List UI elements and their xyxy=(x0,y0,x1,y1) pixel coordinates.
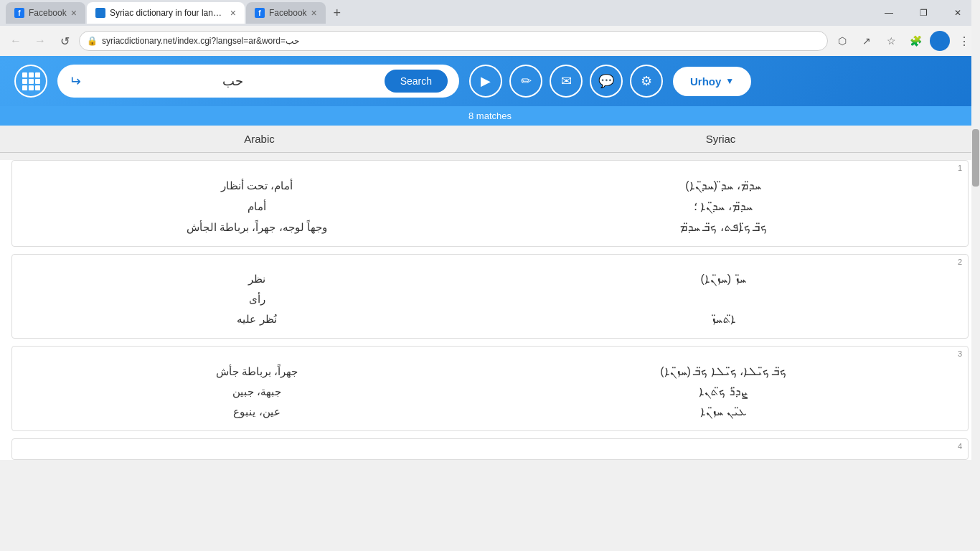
matches-count: 8 matches xyxy=(468,110,512,121)
browser-extension-icon[interactable]: 🧩 xyxy=(905,31,925,51)
tab-favicon-fb2: f xyxy=(255,8,265,18)
tab-close-fb2[interactable]: × xyxy=(311,7,317,19)
browser-star-icon[interactable]: ☆ xyxy=(881,31,901,51)
browser-chrome: f Facebook × Syriac dictionary in four l… xyxy=(0,0,980,56)
entry-2: 2 نظر ܚ̈ܙ (ܚܙ̈ܢܐ) رأى نُظر عليه ܐ̈ܬܚ̈ܙ xyxy=(11,254,969,339)
scrollbar-track[interactable] xyxy=(971,0,980,551)
tab-syriac[interactable]: Syriac dictionary in four languag... × xyxy=(87,2,245,24)
entry-row: وجهاً لوجه، جهراً، برباطة الجأش ܟ̈ܒ ܟ̈ܐܦ… xyxy=(24,217,956,237)
icon-group: ▶ ✏ ✉ 💬 ⚙ xyxy=(469,65,663,98)
back-button[interactable]: ← xyxy=(6,31,26,51)
tab-title-fb1: Facebook xyxy=(29,8,67,18)
arabic-text: عين، ينبوع xyxy=(24,405,490,418)
chat-icon-button[interactable]: 💬 xyxy=(590,65,623,98)
entry-row: رأى xyxy=(24,289,956,309)
entries-container: 1 أمام، تحت أنظار ܚܕ̈ܡ، ܚܕ̈ (ܚܕ̈ܢܐ) أمام… xyxy=(0,160,980,460)
settings-icon-button[interactable]: ⚙ xyxy=(630,65,663,98)
entry-3: 3 جهراً، برباطة جأش ܟ̈ܒ ܟ̈ܝܠܐ، ܟ̈ܝܠܐ ܟ̈ܒ… xyxy=(11,346,969,431)
entry-row: جهراً، برباطة جأش ܟ̈ܒ ܟ̈ܝܠܐ، ܟ̈ܝܠܐ ܟ̈ܒ (… xyxy=(24,361,956,382)
entry-number-4: 4 xyxy=(958,442,962,451)
tab-facebook-2[interactable]: f Facebook × xyxy=(246,2,326,24)
entry-row: نظر ܚ̈ܙ (ܚܙ̈ܢܐ) xyxy=(24,269,956,289)
arabic-text: جهراً، برباطة جأش xyxy=(24,365,490,378)
entry-row: جبهة، جبين ܨܕ̈ܪ ܟ̈ܬܢܐ xyxy=(24,382,956,402)
window-maximize[interactable]: ❐ xyxy=(907,0,940,26)
tab-close-fb1[interactable]: × xyxy=(71,7,77,19)
arabic-column-header: Arabic xyxy=(29,133,490,145)
column-headers: Arabic Syriac xyxy=(0,126,980,153)
window-close[interactable]: ✕ xyxy=(941,0,974,26)
syriac-column-header: Syriac xyxy=(490,133,951,145)
tab-favicon-syriac xyxy=(95,8,105,18)
security-icon: 🔒 xyxy=(87,36,98,46)
search-button[interactable]: Search xyxy=(385,70,448,93)
tab-title-fb2: Facebook xyxy=(269,8,307,18)
syriac-text: ܥ̈ܝܢ ܚܙ̈ܢܐ xyxy=(490,405,956,418)
syriac-text: ܚܕ̈ܡ، ܚܕ̈ܢܐ ؛ xyxy=(490,199,956,213)
urhoy-chevron-icon: ▼ xyxy=(725,76,734,86)
syriac-text: ܟ̈ܒ ܟ̈ܐܦܬ، ܟ̈ܒ ܚܕ̈ܡ xyxy=(490,220,956,234)
urhoy-label: Urhoy xyxy=(690,75,721,88)
browser-profile-icon[interactable]: 👤 xyxy=(930,31,950,51)
arabic-text: أمام، تحت أنظار xyxy=(24,179,490,192)
entry-number-3: 3 xyxy=(958,349,962,358)
tab-close-syriac[interactable]: × xyxy=(230,7,236,19)
entry-number-2: 2 xyxy=(958,258,962,266)
new-tab-button[interactable]: + xyxy=(327,3,347,23)
window-minimize[interactable]: — xyxy=(872,0,905,26)
tab-title-syriac: Syriac dictionary in four languag... xyxy=(110,8,226,18)
arabic-text: رأى xyxy=(24,293,490,306)
entry-row: أمام ܚܕ̈ܡ، ܚܕ̈ܢܐ ؛ xyxy=(24,196,956,217)
entry-1: 1 أمام، تحت أنظار ܚܕ̈ܡ، ܚܕ̈ (ܚܕ̈ܢܐ) أمام… xyxy=(11,160,969,247)
search-word-display: حب xyxy=(88,73,377,89)
reload-button[interactable]: ↺ xyxy=(55,31,75,51)
syriac-text: ܚܕ̈ܡ، ܚܕ̈ (ܚܕ̈ܢܐ) xyxy=(490,179,956,192)
forward-button[interactable]: → xyxy=(30,31,50,51)
entry-4: 4 xyxy=(11,438,969,460)
urhoy-button[interactable]: Urhoy ▼ xyxy=(673,67,751,96)
arabic-text: وجهاً لوجه، جهراً، برباطة الجأش xyxy=(24,221,490,234)
entry-row: نُظر عليه ܐ̈ܬܚ̈ܙ xyxy=(24,309,956,329)
address-bar[interactable]: 🔒 syriacdictionary.net/index.cgi?langsel… xyxy=(79,31,828,51)
video-icon-button[interactable]: ▶ xyxy=(469,65,502,98)
arabic-text: أمام xyxy=(24,200,490,213)
arabic-text: نظر xyxy=(24,273,490,286)
matches-bar: 8 matches xyxy=(0,106,980,126)
syriac-text: ܟ̈ܒ ܟ̈ܝܠܐ، ܟ̈ܝܠܐ ܟ̈ܒ (ܚܙ̈ܢܐ) xyxy=(490,364,956,378)
app-header: ↵ حب Search ▶ ✏ ✉ 💬 ⚙ Urhoy ▼ xyxy=(0,56,980,106)
edit-icon-button[interactable]: ✏ xyxy=(509,65,542,98)
syriac-text: ܐ̈ܬܚ̈ܙ xyxy=(490,313,956,326)
syriac-text: ܨܕ̈ܪ ܟ̈ܬܢܐ xyxy=(490,385,956,398)
syriac-text: ܚ̈ܙ (ܚܙ̈ܢܐ) xyxy=(490,273,956,286)
entry-row: عين، ينبوع ܥ̈ܝܢ ܚܙ̈ܢܐ xyxy=(24,402,956,422)
address-text: syriacdictionary.net/index.cgi?langsel=a… xyxy=(102,36,820,46)
arabic-text: نُظر عليه xyxy=(24,313,490,326)
search-arrow-icon: ↵ xyxy=(69,72,81,90)
entry-row: أمام، تحت أنظار ܚܕ̈ܡ، ܚܕ̈ (ܚܕ̈ܢܐ) xyxy=(24,175,956,196)
grid-icon xyxy=(22,72,40,90)
arabic-text: جبهة، جبين xyxy=(24,385,490,398)
mail-icon-button[interactable]: ✉ xyxy=(550,65,583,98)
browser-cast-icon[interactable]: ⬡ xyxy=(832,31,852,51)
browser-share-icon[interactable]: ↗ xyxy=(857,31,877,51)
search-container: ↵ حب Search xyxy=(57,65,459,98)
grid-menu-button[interactable] xyxy=(14,65,47,98)
entry-number-1: 1 xyxy=(958,164,962,172)
tab-facebook-1[interactable]: f Facebook × xyxy=(6,2,85,24)
tab-favicon-fb1: f xyxy=(14,8,24,18)
scrollbar-thumb[interactable] xyxy=(972,129,979,187)
